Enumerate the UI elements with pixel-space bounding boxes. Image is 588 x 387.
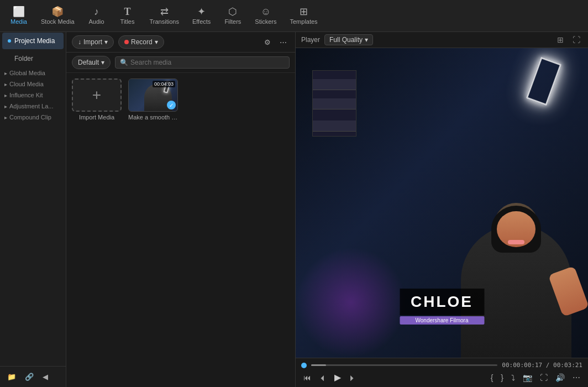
active-dot <box>8 39 11 43</box>
toolbar-item-templates-label: Templates <box>290 18 317 25</box>
chevron-right-icon: ▸ <box>4 81 7 87</box>
audio-icon: ♪ <box>94 7 99 17</box>
controls-row: ⏮ ⏴ ▶ ⏵ { } ⤵ 📷 ⛶ 🔊 ⋯ <box>301 371 582 384</box>
record-label: Record <box>131 38 153 46</box>
player-right-controls: { } ⤵ 📷 ⛶ 🔊 ⋯ <box>489 372 582 383</box>
sidebar-item-compound-clip-label: Compound Clip <box>9 114 51 121</box>
sidebar-item-global-media[interactable]: ▸ Global Media <box>0 67 66 79</box>
video-media-thumb[interactable]: 00:04:03 ✓ <box>128 79 178 112</box>
grid-icon[interactable]: ⊞ <box>555 34 566 45</box>
import-media-label: Import Media <box>79 114 114 121</box>
sidebar-item-folder-label: Folder <box>14 55 33 62</box>
chevron-down-icon-quality: ▾ <box>365 36 368 44</box>
fullscreen-button[interactable]: ⛶ <box>538 372 550 383</box>
rewind-button[interactable]: ⏮ <box>301 372 313 383</box>
toolbar-item-stickers-label: Stickers <box>255 18 276 25</box>
import-label: Import <box>83 38 102 46</box>
media-panel-toolbar: Default ▾ 🔍 <box>66 53 295 73</box>
sidebar-item-adjustment-la[interactable]: ▸ Adjustment La... <box>0 101 66 112</box>
toolbar-item-titles[interactable]: T Titles <box>113 4 142 27</box>
step-back-button[interactable]: ⏴ <box>317 372 329 383</box>
toolbar-item-titles-label: Titles <box>120 18 135 25</box>
chevron-down-icon: ▾ <box>104 38 108 46</box>
toolbar-item-stock-label: Stock Media <box>41 18 75 25</box>
chevron-right-icon: ▸ <box>4 92 7 98</box>
chevron-right-icon: ▸ <box>4 103 7 109</box>
filters-icon: ⬡ <box>228 7 237 17</box>
quality-label: Full Quality <box>329 36 363 44</box>
sidebar-item-global-media-label: Global Media <box>9 70 45 76</box>
left-panel: Project Media Folder ▸ Global Media ▸ Cl… <box>0 32 66 387</box>
in-point-button[interactable]: { <box>489 372 496 383</box>
player-label: Player <box>301 36 320 44</box>
video-display: CHLOE Wondershare Filmora <box>296 48 588 358</box>
player-name-text: CHLOE <box>411 293 473 311</box>
search-box: 🔍 <box>115 56 290 69</box>
toolbar-item-media[interactable]: ⬜ Media <box>4 4 33 27</box>
name-overlay: CHLOE Wondershare Filmora <box>400 289 484 325</box>
toolbar-item-stock-media[interactable]: 📦 Stock Media <box>35 4 80 27</box>
snapshot-button[interactable]: 📷 <box>521 372 534 383</box>
default-dropdown[interactable]: Default ▾ <box>72 56 111 69</box>
sidebar-item-folder[interactable]: Folder <box>2 50 64 67</box>
volume-button[interactable]: 🔊 <box>553 372 567 383</box>
expand-icon[interactable]: ⛶ <box>570 34 582 45</box>
import-icon: ↓ <box>78 38 81 46</box>
name-box: CHLOE <box>400 289 484 315</box>
sidebar-item-cloud-media[interactable]: ▸ Cloud Media <box>0 79 66 90</box>
player-controls: 00:00:00:17 / 00:03:21 ⏮ ⏴ ▶ ⏵ { } ⤵ 📷 ⛶… <box>296 358 588 387</box>
step-forward-button[interactable]: ⏵ <box>347 372 359 383</box>
sidebar-item-compound-clip[interactable]: ▸ Compound Clip <box>0 112 66 123</box>
player-name-sub: Wondershare Filmora <box>400 316 484 325</box>
play-button[interactable]: ▶ <box>332 371 343 384</box>
search-icon: 🔍 <box>120 59 128 66</box>
chevron-right-icon: ▸ <box>4 114 7 121</box>
sidebar-item-project-media[interactable]: Project Media <box>2 33 64 49</box>
sidebar-item-influence-kit[interactable]: ▸ Influence Kit <box>0 90 66 101</box>
main-layout: Project Media Folder ▸ Global Media ▸ Cl… <box>0 32 588 387</box>
out-point-button[interactable]: } <box>498 372 506 383</box>
toolbar-item-templates[interactable]: ⊞ Templates <box>284 4 323 27</box>
toolbar-item-filters-label: Filters <box>224 18 241 25</box>
player-header-icons: ⊞ ⛶ <box>555 34 582 45</box>
toolbar-item-audio[interactable]: ♪ Audio <box>82 4 111 27</box>
toolbar-item-effects[interactable]: ✦ Effects <box>187 4 216 27</box>
toolbar-item-transitions[interactable]: ⇄ Transitions <box>144 4 185 27</box>
toolbar-item-filters[interactable]: ⬡ Filters <box>218 4 247 27</box>
record-dot-icon <box>124 40 129 44</box>
chevron-down-icon-default: ▾ <box>101 59 104 66</box>
import-media-thumb[interactable]: + <box>72 79 122 112</box>
collapse-icon[interactable]: ◀ <box>40 371 51 383</box>
media-icon: ⬜ <box>13 7 25 17</box>
folder-add-icon[interactable]: 📁 <box>4 371 19 383</box>
progress-track[interactable] <box>311 364 497 366</box>
toolbar-item-transitions-label: Transitions <box>150 18 179 25</box>
record-button[interactable]: Record ▾ <box>118 35 164 49</box>
chevron-down-icon-record: ▾ <box>155 38 158 46</box>
plus-icon: + <box>92 86 101 104</box>
media-panel: ↓ Import ▾ Record ▾ ⚙ ⋯ Default ▾ 🔍 <box>66 32 296 387</box>
link-icon[interactable]: 🔗 <box>22 371 36 383</box>
sidebar-item-cloud-media-label: Cloud Media <box>9 81 44 87</box>
progress-handle[interactable] <box>301 363 307 368</box>
shelf-decoration <box>312 70 356 137</box>
search-input[interactable] <box>130 59 285 66</box>
effects-icon: ✦ <box>197 7 206 17</box>
more-options-icon[interactable]: ⋯ <box>277 36 290 48</box>
toolbar-item-media-label: Media <box>11 18 27 25</box>
video-scene: CHLOE Wondershare Filmora <box>296 48 588 358</box>
titles-icon: T <box>124 7 131 17</box>
insert-button[interactable]: ⤵ <box>509 372 517 383</box>
video-media-item[interactable]: 00:04:03 ✓ Make a smooth speed... <box>128 79 178 121</box>
progress-bar: 00:00:00:17 / 00:03:21 <box>301 362 582 369</box>
more-controls-button[interactable]: ⋯ <box>570 372 582 383</box>
transitions-icon: ⇄ <box>160 7 169 17</box>
filter-icon[interactable]: ⚙ <box>261 36 274 48</box>
quality-dropdown[interactable]: Full Quality ▾ <box>324 34 373 45</box>
video-media-label: Make a smooth speed... <box>128 114 178 121</box>
sidebar-item-project-media-label: Project Media <box>14 37 55 45</box>
toolbar-item-stickers[interactable]: ☺ Stickers <box>249 4 282 27</box>
import-button[interactable]: ↓ Import ▾ <box>72 35 114 49</box>
purple-glow <box>296 247 406 358</box>
import-media-item[interactable]: + Import Media <box>72 79 122 121</box>
